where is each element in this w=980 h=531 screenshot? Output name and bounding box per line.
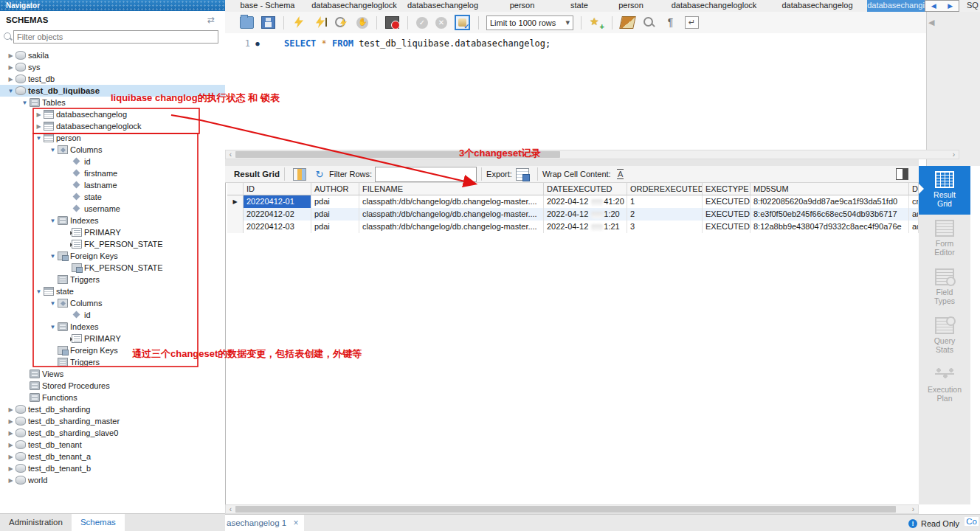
tree-item-foreign-keys[interactable]: ▼Foreign Keys xyxy=(0,250,225,262)
tab-scroll-buttons[interactable]: ◀ ▶ xyxy=(925,0,959,12)
editor-tab-databasechangelog[interactable]: databasechangelog xyxy=(767,0,867,12)
toggle-autocommit-icon[interactable] xyxy=(455,15,470,30)
scroll-left-icon[interactable]: ‹ xyxy=(226,505,235,513)
refresh-result-icon[interactable]: ↻ xyxy=(314,169,325,180)
tree-item-fk-person-state[interactable]: FK_PERSON_STATE xyxy=(0,262,225,274)
editor-tab-person[interactable]: person xyxy=(487,0,557,12)
expander-right-icon[interactable]: ▶ xyxy=(34,111,44,118)
cell-exectype[interactable]: EXECUTED xyxy=(703,221,750,233)
tree-item-databasechangelog[interactable]: ▶databasechangelog xyxy=(0,108,225,120)
explain-plan-icon[interactable] xyxy=(335,16,349,29)
cell-filename[interactable]: classpath:/db/changelog/db.changelog-mas… xyxy=(359,208,544,221)
editor-tab-databasechangeloglock[interactable]: databasechangeloglock xyxy=(310,0,398,12)
tree-item-test-db-tenant-b[interactable]: ▶test_db_tenant_b xyxy=(0,462,225,474)
cell-orderexecuted[interactable]: 2 xyxy=(627,208,703,221)
result-set-tab[interactable]: asechangelog 1 × xyxy=(225,515,304,531)
tab-scroll-right-icon[interactable]: ▶ xyxy=(948,2,953,10)
cell-filename[interactable]: classpath:/db/changelog/db.changelog-mas… xyxy=(359,221,544,233)
tree-item-test-db-sharding[interactable]: ▶test_db_sharding xyxy=(0,403,225,415)
show-invisibles-icon[interactable]: ¶ xyxy=(663,16,677,29)
row-limit-select[interactable]: Limit to 1000 rows ▾ xyxy=(486,15,573,30)
column-header-filename[interactable]: FILENAME xyxy=(359,183,544,195)
save-snippet-icon[interactable] xyxy=(590,16,604,29)
tree-item-fk-person-state[interactable]: FK_PERSON_STATE xyxy=(0,238,225,250)
scrollbar-thumb[interactable] xyxy=(235,151,560,158)
side-panel-query-stats[interactable]: QueryStats xyxy=(919,312,970,361)
column-header-author[interactable]: AUTHOR xyxy=(311,183,359,195)
cell-md5sum[interactable]: 8:f022085620a9dd87ae9ca1f93da51fd0 xyxy=(750,195,909,208)
row-indicator-cell[interactable]: ▶ xyxy=(227,195,244,208)
tree-item-person[interactable]: ▼person xyxy=(0,132,225,144)
cell-md5sum[interactable]: 8:e3f0f50eb245f66c68ec504db93b6717 xyxy=(750,208,909,221)
close-icon[interactable]: × xyxy=(293,518,298,528)
column-header-orderexecuted[interactable]: ORDEREXECUTED xyxy=(627,183,703,195)
cell-orderexecuted[interactable]: 3 xyxy=(627,221,703,233)
expander-right-icon[interactable]: ▶ xyxy=(6,76,15,83)
expander-right-icon[interactable]: ▶ xyxy=(6,442,15,448)
tree-item-test-db[interactable]: ▶test_db xyxy=(0,73,225,85)
tree-item-databasechangeloglock[interactable]: ▶databasechangeloglock xyxy=(0,120,225,132)
nav-tab-administration[interactable]: Administration xyxy=(0,514,72,531)
tree-item-primary[interactable]: PRIMARY xyxy=(0,333,225,344)
column-header-dateexecuted[interactable]: DATEEXECUTED xyxy=(544,183,627,195)
expander-right-icon[interactable]: ▶ xyxy=(6,454,15,460)
beautify-script-icon[interactable] xyxy=(619,16,636,29)
expander-down-icon[interactable]: ▼ xyxy=(34,135,44,142)
tree-item-test-db-liquibase[interactable]: ▼test_db_liquibase xyxy=(0,85,225,97)
tab-scroll-left-icon[interactable]: ◀ xyxy=(931,2,936,10)
toggle-wrap-icon[interactable]: ↵ xyxy=(685,16,699,29)
tree-item-firstname[interactable]: firstname xyxy=(0,167,225,179)
column-header-exectype[interactable]: EXECTYPE xyxy=(703,183,750,195)
side-panel-execution-plan[interactable]: ExecutionPlan xyxy=(919,361,970,409)
grid-view-icon[interactable] xyxy=(293,168,306,181)
grid-corner-cell[interactable] xyxy=(227,183,244,195)
cell-md5sum[interactable]: 8:12a8bb9e438047d9332c8aec4f90a76e xyxy=(750,221,909,233)
tree-item-test-db-tenant-a[interactable]: ▶test_db_tenant_a xyxy=(0,451,225,462)
expander-down-icon[interactable]: ▼ xyxy=(6,88,15,94)
cell-description[interactable]: ad xyxy=(909,208,919,221)
tree-item-id[interactable]: id xyxy=(0,309,225,321)
tree-item-state[interactable]: state xyxy=(0,191,225,203)
cell-dateexecuted[interactable]: 2022-04-12 1:20 xyxy=(544,208,627,221)
expander-right-icon[interactable]: ▶ xyxy=(6,406,15,413)
save-icon[interactable] xyxy=(261,16,275,29)
expander-right-icon[interactable]: ▶ xyxy=(6,64,15,71)
filter-rows-input[interactable] xyxy=(375,167,477,182)
scroll-right-icon[interactable]: › xyxy=(908,505,918,513)
expander-right-icon[interactable]: ▶ xyxy=(34,123,44,130)
editor-hscrollbar[interactable]: ‹ › xyxy=(225,150,959,159)
cell-id[interactable]: 20220412-01 xyxy=(244,195,311,208)
expander-down-icon[interactable]: ▼ xyxy=(34,288,44,295)
expander-right-icon[interactable]: ▶ xyxy=(6,430,15,437)
tree-item-world[interactable]: ▶world xyxy=(0,474,225,486)
column-header-d[interactable]: D xyxy=(909,183,919,195)
cell-exectype[interactable]: EXECUTED xyxy=(703,195,750,208)
column-header-md5sum[interactable]: MD5SUM xyxy=(750,183,909,195)
expander-right-icon[interactable]: ▶ xyxy=(6,52,15,59)
tree-item-foreign-keys[interactable]: Foreign Keys xyxy=(0,344,225,356)
tree-item-lastname[interactable]: lastname xyxy=(0,179,225,191)
collapse-panel-icon[interactable]: ◀ xyxy=(928,18,934,27)
side-panel-result-grid[interactable]: ResultGrid xyxy=(919,166,970,215)
expander-right-icon[interactable]: ▶ xyxy=(6,477,15,484)
editor-tab-person[interactable]: person xyxy=(601,0,660,12)
tree-item-indexes[interactable]: ▼Indexes xyxy=(0,321,225,333)
cell-description[interactable]: cr xyxy=(909,195,919,208)
splitter[interactable] xyxy=(225,159,919,166)
tree-item-functions[interactable]: Functions xyxy=(0,392,225,403)
tree-item-sys[interactable]: ▶sys xyxy=(0,61,225,73)
cell-dateexecuted[interactable]: 2022-04-12 41:20 xyxy=(544,195,627,208)
tree-item-triggers[interactable]: Triggers xyxy=(0,274,225,285)
expander-down-icon[interactable]: ▼ xyxy=(20,100,30,106)
toggle-sidebar-icon[interactable] xyxy=(896,168,908,180)
expander-down-icon[interactable]: ▼ xyxy=(48,218,58,224)
side-panel-form-editor[interactable]: FormEditor xyxy=(919,215,970,263)
editor-tab-databasechangi[interactable]: databasechangi xyxy=(867,0,925,12)
cell-id[interactable]: 20220412-02 xyxy=(244,208,311,221)
cell-dateexecuted[interactable]: 2022-04-12 1:21 xyxy=(544,221,627,233)
cell-id[interactable]: 20220412-03 xyxy=(244,221,311,233)
scrollbar-thumb[interactable] xyxy=(235,506,896,513)
toggle-stop-on-error-icon[interactable] xyxy=(385,16,399,29)
cell-description[interactable]: ad xyxy=(909,221,919,233)
cell-author[interactable]: pdai xyxy=(311,195,359,208)
